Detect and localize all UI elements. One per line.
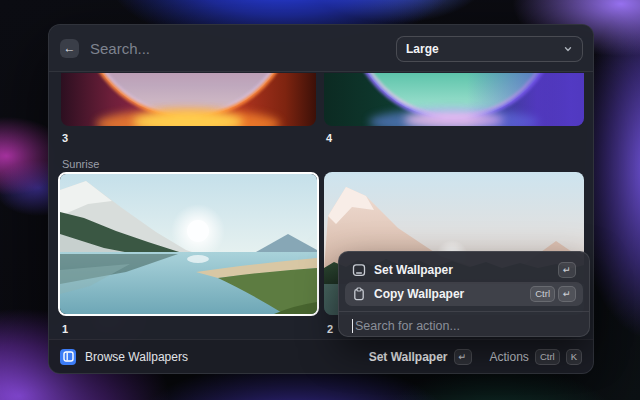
text-caret <box>352 319 353 333</box>
footer-actions-button[interactable]: Actions <box>490 350 529 364</box>
wallpaper-index-2: 2 <box>327 323 333 335</box>
grid-size-value: Large <box>406 42 439 56</box>
wallpaper-thumbnail-4[interactable] <box>324 73 584 126</box>
menu-item-label: Set Wallpaper <box>374 263 453 277</box>
app-label: Browse Wallpapers <box>85 350 188 364</box>
ctrl-key-badge: Ctrl <box>535 349 560 365</box>
footer-bar: Browse Wallpapers Set Wallpaper ↵ Action… <box>49 339 593 373</box>
ctrl-key-badge: Ctrl <box>530 286 555 302</box>
action-search-input[interactable]: Search for action... <box>345 312 583 340</box>
menu-item-copy-wallpaper[interactable]: Copy Wallpaper Ctrl ↵ <box>345 282 583 306</box>
display-icon <box>352 263 366 277</box>
desktop-background: ← Large <box>0 0 640 400</box>
action-menu-popover: Set Wallpaper ↵ Copy Wallpaper Ctrl ↵ Se… <box>338 251 590 337</box>
menu-item-set-wallpaper[interactable]: Set Wallpaper ↵ <box>345 258 583 282</box>
back-button[interactable]: ← <box>60 39 79 58</box>
chevron-down-icon <box>563 44 573 54</box>
return-key-badge: ↵ <box>558 286 576 302</box>
wallpapers-app-icon <box>60 349 76 365</box>
k-key-badge: K <box>566 349 582 365</box>
clipboard-icon <box>352 287 366 301</box>
wallpaper-index-3: 3 <box>62 132 68 144</box>
grid-size-dropdown[interactable]: Large <box>396 36 583 62</box>
wallpaper-index-1: 1 <box>62 323 68 335</box>
wallpaper-thumbnail-1-selected[interactable] <box>58 172 319 316</box>
menu-item-label: Copy Wallpaper <box>374 287 464 301</box>
wallpaper-thumbnail-3[interactable] <box>61 73 316 126</box>
return-key-badge: ↵ <box>454 349 472 365</box>
wallpaper-index-4: 4 <box>326 132 332 144</box>
return-key-badge: ↵ <box>558 262 576 278</box>
arrow-left-icon: ← <box>64 41 76 55</box>
search-header: ← Large <box>49 25 593 72</box>
action-search-placeholder: Search for action... <box>355 319 460 333</box>
section-title: Sunrise <box>62 158 99 170</box>
footer-primary-action[interactable]: Set Wallpaper <box>369 350 448 364</box>
